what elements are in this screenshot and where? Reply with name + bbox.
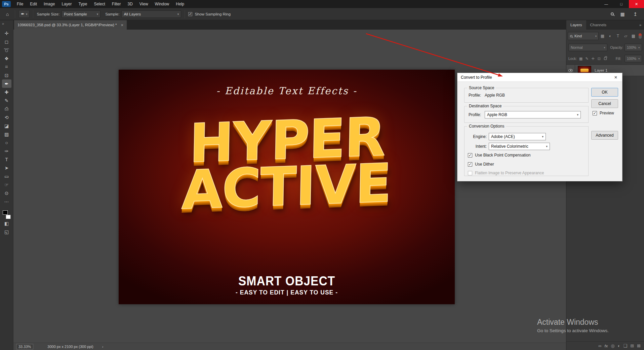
rectangular-marquee-tool[interactable]: ◻ (2, 37, 11, 46)
minimize-button[interactable]: — (599, 0, 614, 8)
eyedropper-tool[interactable]: ✒ (2, 79, 11, 88)
new-layer-icon[interactable]: ⊞ (630, 343, 634, 348)
destination-profile-value: Apple RGB (487, 112, 507, 117)
status-menu-chevron[interactable]: › (102, 345, 104, 349)
close-window-button[interactable]: ✕ (629, 0, 644, 8)
destination-profile-select[interactable]: Apple RGB ▾ (485, 111, 581, 118)
separator (15, 10, 15, 18)
show-sampling-ring-checkbox[interactable]: ✓ (188, 12, 192, 16)
background-color-swatch[interactable] (6, 215, 11, 219)
menu-view[interactable]: View (136, 0, 152, 8)
chevron-down-icon: ▾ (26, 12, 28, 16)
menu-3d[interactable]: 3D (124, 0, 136, 8)
more-tools-icon[interactable]: ⋯ (2, 197, 11, 206)
lock-all-icon[interactable] (604, 58, 606, 60)
blur-tool[interactable]: ○ (2, 138, 11, 147)
history-brush-tool[interactable]: ⟲ (2, 113, 11, 121)
home-icon[interactable]: ⌂ (3, 11, 11, 17)
type-tool[interactable]: T (2, 155, 11, 164)
frame-tool[interactable]: ⊡ (2, 71, 11, 79)
eraser-tool[interactable]: ◪ (2, 121, 11, 130)
dialog-title-bar[interactable]: Convert to Profile ✕ (457, 73, 622, 82)
menu-layer[interactable]: Layer (58, 0, 75, 8)
filter-shape-layers-icon[interactable]: ▱ (622, 34, 630, 38)
color-swatches[interactable] (2, 210, 11, 219)
screen-mode-icon[interactable]: ◱ (2, 228, 11, 236)
menu-edit[interactable]: Edit (27, 0, 40, 8)
menu-window[interactable]: Window (152, 0, 173, 8)
ok-button[interactable]: OK (591, 88, 618, 97)
layer-name: Layer 1 (595, 68, 607, 72)
menu-select[interactable]: Select (90, 0, 108, 8)
zoom-tool[interactable]: ⊙ (2, 189, 11, 197)
destination-space-group: Destination Space Profile: Apple RGB ▾ (464, 106, 589, 123)
foreground-color-swatch[interactable] (3, 210, 8, 215)
share-icon[interactable]: ↥ (631, 11, 639, 17)
delete-layer-icon[interactable]: ⊠ (637, 343, 641, 348)
move-tool[interactable]: ✛ (2, 29, 11, 37)
filter-kind-dropdown[interactable]: Kind ▾ (568, 32, 599, 40)
sample-dropdown[interactable]: All Layers ▾ (121, 10, 181, 18)
black-point-checkbox[interactable]: ✓ (468, 153, 472, 158)
tab-close-icon[interactable]: × (121, 23, 124, 28)
healing-brush-tool[interactable]: ✚ (2, 88, 11, 96)
dither-checkbox[interactable]: ✓ (468, 162, 472, 167)
advanced-button[interactable]: Advanced (591, 131, 618, 140)
lock-artboards-icon[interactable]: ⊡ (597, 57, 601, 61)
filter-type-layers-icon[interactable]: T (614, 34, 622, 38)
search-icon[interactable] (611, 12, 614, 15)
window-controls: — □ ✕ (599, 0, 644, 8)
eyedropper-tool-preset[interactable]: ✒ ▾ (18, 10, 30, 18)
menu-file[interactable]: File (13, 0, 27, 8)
link-layers-icon[interactable]: ∞ (598, 343, 601, 348)
engine-select[interactable]: Adobe (ACE) ▾ (489, 133, 546, 140)
opacity-field[interactable]: 100% ▾ (625, 44, 642, 51)
tab-layers[interactable]: Layers (566, 20, 586, 30)
menu-image[interactable]: Image (40, 0, 58, 8)
intent-select[interactable]: Relative Colorimetric ▾ (489, 143, 550, 150)
layer-effects-icon[interactable]: fx (605, 344, 608, 348)
dialog-close-icon[interactable]: ✕ (609, 73, 622, 82)
lock-position-icon[interactable]: ✛ (591, 57, 595, 61)
menu-filter[interactable]: Filter (109, 0, 124, 8)
check-icon: ✓ (189, 12, 192, 16)
layers-panel-footer: ∞ fx ◎ ◐ ❑ ⊞ ⊠ (566, 341, 644, 350)
path-selection-tool[interactable]: ➤ (2, 164, 11, 172)
lock-image-pixels-icon[interactable]: ✎ (585, 57, 589, 61)
filter-adjustment-layers-icon[interactable]: ◐ (606, 34, 614, 38)
hand-tool[interactable]: ☞ (2, 180, 11, 189)
menu-help[interactable]: Help (172, 0, 188, 8)
rectangle-tool[interactable]: ▭ (2, 172, 11, 180)
intent-label: Intent: (469, 144, 487, 149)
fill-value: 100% (627, 57, 636, 61)
filter-smart-objects-icon[interactable]: ▩ (630, 34, 637, 38)
layer-filter-toggle[interactable] (639, 33, 642, 39)
tab-channels[interactable]: Channels (586, 20, 611, 30)
fill-field[interactable]: 100% ▾ (625, 55, 642, 62)
quick-selection-tool[interactable]: ❖ (2, 54, 11, 63)
workspace-icon[interactable]: ▦ (618, 11, 627, 17)
menu-type[interactable]: Type (75, 0, 90, 8)
sample-size-dropdown[interactable]: Point Sample ▾ (62, 10, 100, 18)
layer-group-icon[interactable]: ❑ (623, 343, 628, 348)
maximize-button[interactable]: □ (614, 0, 629, 8)
quick-mask-icon[interactable]: ◧ (2, 219, 11, 228)
lock-transparent-pixels-icon[interactable]: ▦ (579, 57, 583, 61)
zoom-level-field[interactable]: 33.33% (16, 344, 33, 349)
preview-checkbox[interactable]: ✓ (593, 111, 597, 115)
panel-collapse-icon[interactable]: » (639, 23, 644, 30)
brush-tool[interactable]: ✎ (2, 96, 11, 105)
adjustment-layer-icon[interactable]: ◐ (618, 343, 620, 348)
document-tab[interactable]: 10966923_358.psd @ 33.3% (Layer 1, RGB/8… (14, 20, 127, 30)
lasso-tool[interactable]: ➰ (2, 46, 11, 54)
opacity-label: Opacity: (610, 45, 623, 49)
crop-tool[interactable]: ⌗ (2, 63, 11, 71)
toolbar-collapse-icon[interactable]: » (0, 20, 4, 29)
pen-tool[interactable]: ✑ (2, 147, 11, 155)
gradient-tool[interactable]: ▨ (2, 130, 11, 138)
filter-pixel-layers-icon[interactable]: ▦ (599, 34, 606, 38)
blend-mode-dropdown[interactable]: Normal ▾ (568, 44, 607, 51)
cancel-button[interactable]: Cancel (591, 99, 618, 108)
clone-stamp-tool[interactable]: ⎙ (2, 105, 11, 113)
layer-mask-icon[interactable]: ◎ (611, 343, 614, 348)
